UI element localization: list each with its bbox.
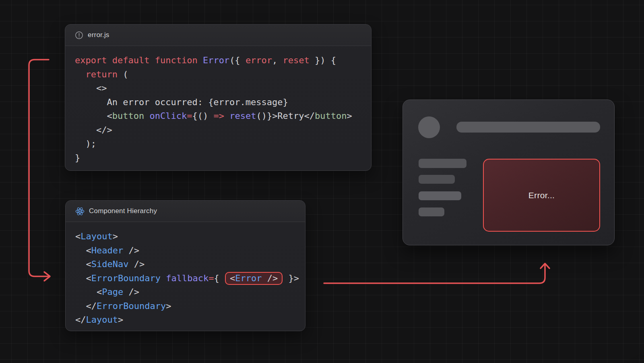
- sidenav-item-placeholder: [419, 191, 461, 200]
- error-fallback-highlight: <Error />: [225, 272, 283, 285]
- code-line: return (: [75, 68, 361, 82]
- code-line: <button onClick={() => reset()}>Retry</b…: [75, 109, 361, 123]
- avatar-placeholder: [418, 116, 440, 138]
- error-fallback-box: Error...: [483, 159, 600, 232]
- error-js-panel-title: error.js: [88, 31, 109, 39]
- component-hierarchy-code-block: <Layout> <Header /> <SideNav /> <ErrorBo…: [66, 222, 305, 332]
- app-mockup: Error...: [402, 100, 615, 245]
- code-line: <SideNav />: [75, 257, 295, 272]
- error-fallback-label: Error...: [528, 191, 555, 200]
- alert-circle-icon: [75, 31, 83, 39]
- code-line: <Header />: [75, 244, 295, 258]
- code-line: </Layout>: [75, 313, 295, 327]
- component-hierarchy-panel: Component Hierarchy <Layout> <Header /> …: [65, 200, 305, 331]
- component-hierarchy-panel-title: Component Hierarchy: [89, 207, 157, 215]
- code-line: <Page />: [75, 285, 295, 299]
- header-bar-placeholder: [456, 122, 600, 133]
- sidenav-item-placeholder: [419, 207, 444, 216]
- code-line: );: [75, 137, 361, 151]
- react-icon: [75, 207, 85, 216]
- code-line: An error occurred: {error.message}: [75, 95, 361, 110]
- code-line: }: [75, 151, 361, 165]
- sidenav-item-placeholder: [419, 175, 455, 184]
- sidenav-item-placeholder: [419, 159, 466, 168]
- canvas: error.js export default function Error({…: [0, 0, 644, 363]
- code-line: </ErrorBoundary>: [75, 299, 295, 313]
- code-line: <ErrorBoundary fallback={ <Error /> }>: [75, 272, 295, 286]
- error-js-code-block: export default function Error({ error, r…: [65, 46, 371, 170]
- code-line: export default function Error({ error, r…: [75, 54, 361, 68]
- code-line: <Layout>: [75, 230, 295, 244]
- code-line: <>: [75, 81, 361, 95]
- code-line: </>: [75, 123, 361, 137]
- error-js-panel: error.js export default function Error({…: [65, 24, 372, 171]
- error-js-panel-header: error.js: [65, 25, 371, 46]
- component-hierarchy-panel-header: Component Hierarchy: [66, 201, 305, 222]
